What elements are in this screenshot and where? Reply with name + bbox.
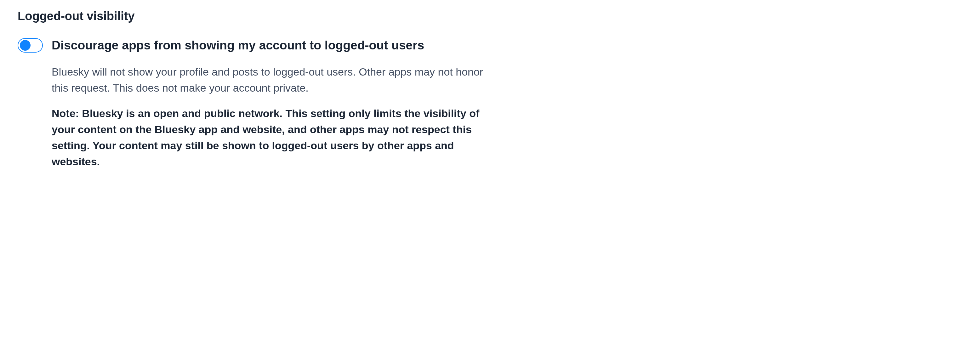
setting-note: Note: Bluesky is an open and public netw… — [52, 105, 493, 170]
setting-description: Bluesky will not show your profile and p… — [52, 64, 493, 96]
setting-row: Discourage apps from showing my account … — [18, 38, 963, 52]
description-block: Bluesky will not show your profile and p… — [52, 64, 493, 170]
toggle-knob-icon — [20, 40, 30, 51]
setting-label: Discourage apps from showing my account … — [52, 38, 424, 52]
section-title: Logged-out visibility — [18, 10, 963, 23]
discourage-logged-out-toggle[interactable] — [18, 38, 43, 52]
